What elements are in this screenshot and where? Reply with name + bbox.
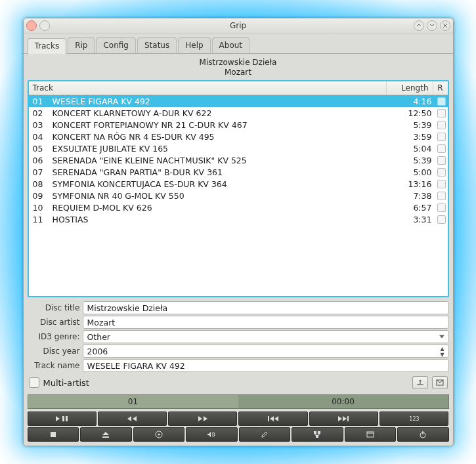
track-row[interactable]: 05EXSULTATE JUBILATE KV 1655:04	[29, 142, 448, 154]
volume-icon	[207, 431, 216, 438]
track-row[interactable]: 07SERENADA "GRAN PARTIA" B-DUR KV 3615:0…	[29, 166, 448, 178]
genre-combo[interactable]: Other	[83, 330, 449, 343]
rip-checkbox[interactable]	[437, 180, 446, 188]
year-spinner-buttons[interactable]: ▲▼	[438, 346, 447, 356]
track-rip-cell[interactable]	[436, 203, 448, 212]
track-rip-cell[interactable]	[436, 144, 448, 153]
disc-title-input[interactable]: Mistrzowskie Dzieła	[83, 301, 449, 314]
tab-about[interactable]: About	[212, 37, 249, 53]
track-list: Track Length R 01WESELE FIGARA KV 4924:1…	[28, 80, 449, 297]
year-spinner[interactable]: 2006 ▲▼	[83, 345, 449, 358]
rip-checkbox[interactable]	[437, 192, 446, 200]
counter-button[interactable]: 123	[379, 411, 448, 426]
rip-checkbox[interactable]	[437, 156, 446, 165]
track-num: 04	[29, 132, 49, 142]
svg-rect-12	[316, 435, 318, 438]
player-display[interactable]: 01 00:00	[28, 394, 449, 409]
titlebar-x-icon[interactable]	[440, 20, 450, 31]
track-row[interactable]: 08SYMFONIA KONCERTUJACA ES-DUR KV 36413:…	[29, 178, 448, 190]
track-row[interactable]: 09SYMFONIA NR 40 G-MOL KV 5507:38	[29, 190, 448, 201]
tab-help[interactable]: Help	[178, 37, 210, 53]
album-title: Mistrzowskie Dzieła	[200, 58, 277, 67]
track-row[interactable]: 01WESELE FIGARA KV 4924:16	[29, 95, 448, 107]
eject-icon	[102, 431, 110, 438]
track-row[interactable]: 06SERENADA "EINE KLEINE NACHTMUSIK" KV 5…	[29, 154, 448, 166]
titlebar-min-icon[interactable]	[414, 20, 424, 31]
track-row[interactable]: 10REQUIEM D-MOL KV 6266:57	[29, 201, 448, 213]
prev-track-button[interactable]	[238, 411, 307, 426]
track-rip-cell[interactable]	[436, 97, 448, 106]
rip-checkbox[interactable]	[437, 203, 446, 212]
rip-checkbox[interactable]	[437, 215, 446, 224]
track-title: WESELE FIGARA KV 492	[49, 96, 394, 106]
tab-config[interactable]: Config	[96, 37, 136, 53]
svg-rect-6	[51, 432, 56, 437]
eject-button[interactable]	[80, 427, 132, 442]
track-rows[interactable]: 01WESELE FIGARA KV 4924:1602KONCERT KLAR…	[29, 95, 448, 296]
play-pause-button[interactable]	[28, 411, 97, 426]
column-length[interactable]: Length	[387, 81, 433, 95]
track-num: 08	[29, 179, 49, 189]
track-length: 5:04	[394, 144, 436, 154]
track-length: 3:31	[394, 215, 436, 224]
email-button[interactable]	[432, 376, 448, 389]
stop-button[interactable]	[28, 427, 79, 442]
tab-tracks[interactable]: Tracks	[28, 38, 67, 54]
disc-form: Disc title Mistrzowskie Dzieła Disc arti…	[28, 297, 449, 392]
window-button[interactable]	[345, 427, 397, 442]
svg-rect-1	[62, 416, 64, 421]
track-rip-cell[interactable]	[436, 121, 448, 129]
column-track[interactable]: Track	[29, 81, 387, 95]
next-track-button[interactable]	[309, 411, 378, 426]
rip-checkbox[interactable]	[437, 121, 446, 129]
multi-artist-checkbox[interactable]	[29, 377, 39, 388]
edit-icon	[261, 431, 269, 438]
rewind-button[interactable]	[98, 411, 167, 426]
titlebar: Grip	[24, 18, 453, 33]
track-rip-cell[interactable]	[436, 156, 448, 165]
database-icon	[313, 431, 321, 438]
album-header: Mistrzowskie Dzieła Mozart	[28, 56, 449, 80]
track-rip-cell[interactable]	[436, 133, 448, 141]
disc-artist-label: Disc artist	[28, 318, 80, 327]
rip-checkbox[interactable]	[437, 97, 446, 106]
edit-button[interactable]	[239, 427, 291, 442]
track-rip-cell[interactable]	[436, 168, 448, 177]
rip-checkbox[interactable]	[437, 109, 446, 117]
track-rip-cell[interactable]	[436, 109, 448, 117]
rip-checkbox[interactable]	[437, 144, 446, 153]
fast-forward-button[interactable]	[168, 411, 237, 426]
track-num: 10	[29, 203, 49, 213]
track-title: REQUIEM D-MOL KV 626	[49, 203, 394, 213]
track-rip-cell[interactable]	[436, 215, 448, 224]
volume-button[interactable]	[186, 427, 238, 442]
titlebar-close-icon[interactable]	[26, 20, 37, 31]
titlebar-max-icon[interactable]	[427, 20, 437, 31]
svg-rect-2	[66, 416, 68, 421]
titlebar-menu-icon[interactable]	[39, 20, 50, 31]
database-button[interactable]	[292, 427, 343, 442]
track-length: 5:39	[394, 156, 436, 165]
track-row[interactable]: 02KONCERT KLARNETOWY A-DUR KV 62212:50	[29, 107, 448, 119]
tab-status[interactable]: Status	[137, 37, 177, 53]
disc-artist-input[interactable]: Mozart	[83, 316, 449, 329]
track-rip-cell[interactable]	[436, 180, 448, 188]
tab-rip[interactable]: Rip	[68, 37, 95, 53]
disc-button[interactable]	[133, 427, 185, 442]
track-rip-cell[interactable]	[436, 192, 448, 200]
app-window: Grip TracksRipConfigStatusHelpAbout Mist…	[23, 18, 454, 446]
fast-forward-icon	[197, 415, 209, 422]
track-title: KONCERT FORTEPIANOWY NR 21 C-DUR KV 467	[49, 120, 394, 130]
track-row[interactable]: 03KONCERT FORTEPIANOWY NR 21 C-DUR KV 46…	[29, 119, 448, 131]
track-row[interactable]: 11HOSTIAS3:31	[29, 213, 448, 225]
track-title: EXSULTATE JUBILATE KV 165	[49, 144, 394, 154]
column-rip[interactable]: R	[433, 81, 448, 95]
power-button[interactable]	[397, 427, 449, 442]
track-name-input[interactable]: WESELE FIGARA KV 492	[83, 359, 449, 372]
track-row[interactable]: 04KONCERT NA RÓG NR 4 ES-DUR KV 4953:59	[29, 131, 448, 142]
rip-checkbox[interactable]	[437, 168, 446, 177]
submit-cddb-button[interactable]	[412, 376, 428, 389]
stop-icon	[50, 431, 56, 438]
rip-checkbox[interactable]	[437, 133, 446, 141]
track-num: 02	[29, 108, 49, 118]
